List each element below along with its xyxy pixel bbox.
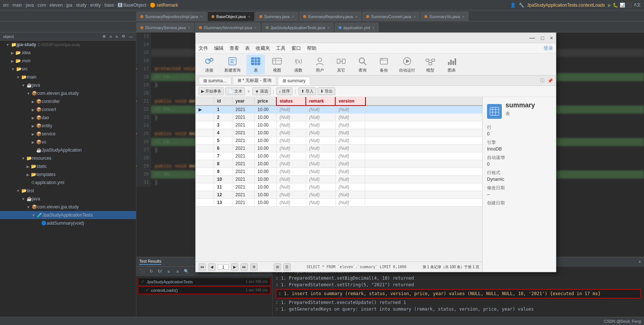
sidebar-item-service[interactable]: ▶ 📦 service: [0, 130, 136, 138]
breadcrumb-main[interactable]: main: [13, 3, 22, 8]
breadcrumb-base[interactable]: base: [104, 3, 114, 8]
sidebar-item-idea[interactable]: ▶ 📂 .idea: [0, 49, 136, 57]
sidebar-item-convert[interactable]: ▶ 📦 convert: [0, 106, 136, 114]
align-right-button[interactable]: ≡: [174, 268, 181, 275]
sidebar-item-main[interactable]: ▼ 📂 main: [0, 73, 136, 81]
db-tab-summary[interactable]: ⊞ summary: [278, 77, 311, 85]
menu-edit[interactable]: 编辑: [214, 45, 224, 52]
filter-button[interactable]: ▼ 筛选: [252, 87, 271, 95]
run-button[interactable]: ▶: [608, 3, 611, 8]
tab-summaryrepository[interactable]: SummaryRepository.java ×: [299, 11, 362, 21]
translate-icon[interactable]: A文: [634, 2, 641, 8]
sidebar-item-tests-class[interactable]: ▼ 🧪 JpaStudyApplicationTests: [0, 211, 136, 219]
sidebar-item-test-java[interactable]: ▼ ☕ java: [0, 195, 136, 203]
toolbar-query[interactable]: 查询: [353, 55, 372, 75]
col-version[interactable]: version: [336, 97, 365, 105]
text-button[interactable]: 📄 文本: [225, 87, 245, 95]
db-tab-pin-icon[interactable]: 📌: [547, 78, 553, 83]
test-item-class[interactable]: ✓ JpaStudyApplicationTests 1 sec 446 ms: [138, 278, 271, 286]
menu-help[interactable]: 帮助: [307, 45, 316, 52]
breadcrumb-com[interactable]: com: [38, 3, 46, 8]
tab-close[interactable]: ×: [200, 14, 203, 19]
settings-icon[interactable]: 🔧: [519, 3, 524, 8]
table-row[interactable]: 3 2021 10.00 (Null) (Null) (Null): [196, 121, 482, 129]
toolbar-backup[interactable]: 备份: [375, 55, 393, 75]
nav-prev-button[interactable]: ◀: [208, 263, 216, 271]
db-maximize-button[interactable]: □: [541, 35, 544, 41]
sidebar-item-entity[interactable]: ▶ 📦 entity: [0, 122, 136, 130]
tab-close[interactable]: ×: [413, 14, 416, 19]
debug-button[interactable]: 🐛: [613, 3, 618, 8]
coverage-button[interactable]: 📊: [620, 3, 625, 8]
sidebar-item-com-eleven[interactable]: ▼ 📦 com.eleven.jpa.study: [0, 89, 136, 97]
sidebar-item-src[interactable]: ▼ 📂 src: [0, 65, 136, 73]
menu-view[interactable]: 查看: [230, 45, 239, 52]
table-row[interactable]: 5 2021 10.00 (Null) (Null) (Null): [196, 137, 482, 145]
sidebar-item-java[interactable]: ▼ ☕ java: [0, 81, 136, 89]
db-table-scroll[interactable]: ▶ 1 2021 10.00 (Null) (Null) (Null) 2 20…: [196, 106, 482, 262]
tab-summaryvo[interactable]: SummaryVo.java ×: [420, 11, 469, 21]
table-row[interactable]: 6 2021 10.00 (Null) (Null) (Null): [196, 145, 482, 152]
toolbar-table[interactable]: 表: [246, 55, 265, 75]
test-results-tab[interactable]: Test Results: [139, 259, 161, 265]
tab-jpastudyapplicationtests[interactable]: JpaStudyApplicationTests.java ×: [262, 23, 334, 32]
table-row[interactable]: 4 2021 10.00 (Null) (Null) (Null): [196, 129, 482, 137]
tab-isummaryserviceimpl[interactable]: ISummaryServiceImpl.java ×: [195, 23, 260, 32]
menu-tools[interactable]: 工具: [276, 45, 286, 52]
sidebar-item-vo[interactable]: ▶ 📦 vo: [0, 138, 136, 146]
settings-gear-icon[interactable]: ⚙: [122, 34, 125, 39]
sidebar-item-resources[interactable]: ▼ 📂 resources: [0, 154, 136, 162]
minimize-icon[interactable]: —: [129, 34, 133, 39]
tab-close[interactable]: ×: [254, 25, 256, 30]
breadcrumb-baseobject[interactable]: 🅱 BaseObject: [118, 3, 146, 8]
page-input[interactable]: [218, 265, 229, 270]
table-row[interactable]: 9 2021 10.00 (Null) (Null) (Null): [196, 168, 482, 176]
nav-next-button[interactable]: ▶: [231, 263, 238, 271]
tab-close[interactable]: ×: [292, 14, 294, 19]
toolbar-other[interactable]: 其它: [332, 55, 350, 75]
sidebar-item-controller[interactable]: ▶ 📦 controller: [0, 97, 136, 106]
breadcrumb-study[interactable]: study: [76, 3, 87, 8]
table-row[interactable]: 7 2021 10.00 (Null) (Null) (Null): [196, 152, 482, 160]
breadcrumb-setremark[interactable]: 🟠 setRemark: [150, 3, 178, 8]
user-icon[interactable]: 👤: [510, 3, 516, 8]
db-tab-summa[interactable]: ⊞ summa...: [199, 77, 231, 85]
breadcrumb-jpa[interactable]: jpa: [66, 3, 72, 8]
col-status[interactable]: status: [277, 97, 306, 105]
stop-button[interactable]: ⬛: [627, 3, 632, 8]
rerun-failed-button[interactable]: ↻!: [156, 268, 164, 275]
breadcrumb-entity[interactable]: entity: [90, 3, 101, 8]
tab-close[interactable]: ×: [462, 14, 464, 19]
tab-close[interactable]: ×: [355, 14, 357, 19]
toolbar-user[interactable]: 用户: [311, 55, 329, 75]
form-view-button[interactable]: ☰: [283, 263, 291, 271]
sidebar-item-dao[interactable]: ▶ 📦 dao: [0, 114, 136, 122]
align-left-button[interactable]: ≡: [165, 268, 172, 275]
table-row[interactable]: 10 2021 10.00 (Null) (Null) (Null): [196, 176, 482, 183]
breadcrumb-eleven[interactable]: eleven: [50, 3, 63, 8]
sidebar-item-test[interactable]: ▼ 📂 test: [0, 187, 136, 195]
toolbar-new-query[interactable]: 新建查询: [221, 55, 244, 75]
export-button[interactable]: ⬇ 导出: [318, 87, 335, 95]
menu-file[interactable]: 文件: [199, 45, 208, 52]
tab-applicationyml[interactable]: application.yml ×: [335, 23, 379, 32]
toolbar-model[interactable]: 模型: [421, 55, 440, 75]
tab-close[interactable]: ×: [372, 25, 375, 30]
sidebar-item-application-yml[interactable]: ▶ ⚙ application.yml: [0, 179, 136, 187]
stop-tests-button[interactable]: ⬛: [139, 268, 146, 275]
tab-baseobject[interactable]: BaseObject.java ×: [207, 11, 255, 21]
tab-summaryrepositoryimpl[interactable]: SummaryRepositoryImpl.java ×: [136, 11, 207, 21]
tab-close[interactable]: ×: [248, 14, 250, 19]
col-price[interactable]: price: [255, 97, 277, 105]
table-row[interactable]: 12 2021 10.00 (Null) (Null) (Null): [196, 191, 482, 199]
toolbar-chart[interactable]: 图表: [442, 55, 461, 75]
breadcrumb-src[interactable]: src: [3, 3, 9, 8]
table-row[interactable]: 8 2021 10.00 (Null) (Null) (Null): [196, 160, 482, 168]
expand-all-icon[interactable]: ≡: [109, 34, 112, 39]
toolbar-view[interactable]: 视图: [268, 55, 286, 75]
toolbar-autorun[interactable]: 自动运行: [396, 55, 418, 75]
grid-view-button[interactable]: ⊞: [274, 263, 281, 271]
tab-summaryconvert[interactable]: SummaryConvert.java ×: [362, 11, 420, 21]
sidebar-item-jpaapplication[interactable]: ▶ ☕ JpaStudyApplication: [0, 146, 136, 154]
menu-favorites[interactable]: 收藏夹: [256, 45, 270, 52]
